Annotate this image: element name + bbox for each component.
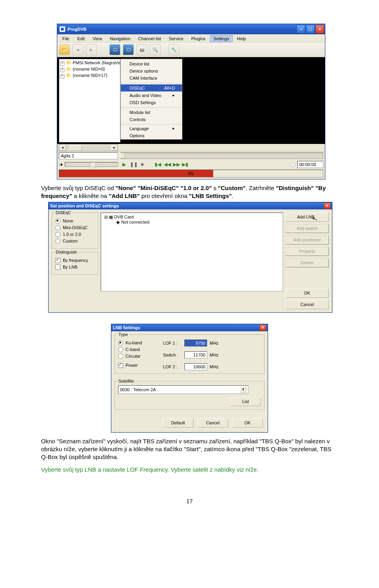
checkbox-by-frequency[interactable]: By frequency [55, 258, 95, 263]
add-switch-button: Add switch [285, 224, 329, 233]
checkbox-by-lnb[interactable]: By LNB [55, 265, 95, 270]
monitor2-icon[interactable]: 🖵 [123, 44, 134, 55]
ffwd-button[interactable]: ▶▶ [173, 162, 179, 167]
menu-service[interactable]: Service [165, 35, 187, 42]
ok-button[interactable]: OK [285, 289, 329, 298]
next-track-button[interactable]: ▶▮ [182, 162, 188, 167]
menu-item-module-list[interactable]: Module list [121, 109, 182, 116]
play-button[interactable]: ▶ [121, 162, 127, 167]
app-icon [60, 26, 65, 32]
device-tree[interactable]: ⊟ ▦ DVB Card ◉ Not connected [101, 213, 283, 291]
radio-ku-band[interactable]: Ku-band [118, 340, 158, 345]
prev-track-button[interactable]: ▮◀ [155, 162, 161, 167]
satellite-combo[interactable]: 0030 : Telecom 2A ▼ [118, 385, 248, 394]
list-button[interactable]: List [230, 397, 261, 406]
close-button[interactable]: × [315, 25, 324, 34]
open-icon[interactable]: 📂 [59, 44, 70, 55]
instruction-paragraph-2: Okno "Seznam zařízení" vyskočí, najít TB… [41, 437, 338, 461]
dot-icon: ◉ [116, 220, 120, 224]
radio-custom[interactable]: Custom [55, 239, 95, 244]
sat-diseqc-window: Sat position and DiSEqC settings × DiSEq… [48, 202, 332, 313]
tree-hscroll[interactable]: ◄► [59, 144, 118, 151]
radio-circular[interactable]: Circular [118, 354, 158, 359]
tool-icon[interactable]: 🔧 [169, 44, 180, 55]
window-title: ProgDVB [68, 27, 296, 32]
radio-mini-diseqc[interactable]: Mini-DiSEqC [55, 225, 95, 230]
video-area: Device listDevice optionsCAM Interface D… [121, 59, 323, 142]
dialog-title: LNB Settings [113, 325, 140, 330]
close-button[interactable]: × [259, 325, 266, 331]
toolbar: 📂 ◄ ► 🖵 🖵 🖴 🔍 🔧 [57, 43, 325, 57]
lof1-input[interactable]: 9750 [184, 340, 207, 347]
clock-icon: 🕘 [290, 162, 296, 167]
lof2-label: LOF 2 : [163, 364, 182, 369]
menu-item-language[interactable]: Language▸ [121, 125, 182, 132]
menu-item-device-options[interactable]: Device options [121, 67, 182, 75]
settings-dropdown: Device listDevice optionsCAM Interface D… [120, 59, 182, 140]
channel-tree[interactable]: +📁 PMSI Network (NagraVis+📁 {noname NID=… [59, 59, 120, 142]
diseqc-group: DiSEqC NoneMini-DiSEqC1.0 or 2.0Custom [52, 213, 98, 249]
menu-help[interactable]: Help [233, 35, 250, 42]
radio-c-band[interactable]: C-band [118, 347, 158, 352]
search-icon[interactable]: 🔍 [150, 44, 161, 55]
menu-settings[interactable]: Settings [210, 35, 233, 42]
delete-button: Delete [285, 258, 329, 267]
menu-item-controls[interactable]: Controls [121, 116, 182, 123]
playback-bar: 🕩 ▶ ❚❚ ■ ▮◀ ◀◀ ▶▶ ▶▮ 🕘 00:00:00 [57, 160, 325, 169]
radio-1-0-or-2-0[interactable]: 1.0 or 2.0 [55, 232, 95, 237]
buffer-progress: 8% [59, 170, 323, 177]
card-icon: ▦ [109, 215, 113, 219]
cancel-button[interactable]: Cancel [285, 300, 329, 309]
ok-button[interactable]: OK [232, 418, 263, 427]
cancel-button[interactable]: Cancel [197, 418, 228, 427]
distinguish-group: Distinguish By frequencyBy LNB [52, 252, 98, 275]
disk-icon[interactable]: 🖴 [136, 44, 147, 55]
close-button[interactable]: × [324, 203, 330, 209]
menu-item-device-list[interactable]: Device list [121, 60, 182, 67]
add-positioner-button: Add positioner [285, 235, 329, 245]
lof2-input[interactable]: 10600 [184, 363, 207, 370]
menu-item-diseqc[interactable]: DiSEqCAlt+D [121, 84, 182, 91]
monitor1-icon[interactable]: 🖵 [109, 44, 120, 55]
radio-none[interactable]: None [55, 218, 95, 224]
volume-slider[interactable] [65, 162, 118, 167]
forward-icon[interactable]: ► [86, 44, 97, 55]
menu-file[interactable]: File [59, 35, 73, 42]
menu-item-audio-and-video[interactable]: Audio and Video▸ [121, 91, 182, 99]
menu-navigation[interactable]: Navigation [106, 35, 134, 42]
switch-input[interactable]: 11700 [184, 351, 207, 358]
status-channel: Agila 2 [59, 152, 118, 159]
satellite-group: Satellite 0030 : Telecom 2A ▼ List [114, 381, 265, 410]
tree-item[interactable]: +📁 {noname NID=17} [60, 73, 119, 79]
pause-button[interactable]: ❚❚ [130, 162, 136, 167]
stop-button[interactable]: ■ [139, 162, 145, 167]
time-display: 00:00:00 [297, 161, 323, 168]
lnb-settings-window: LNB Settings × Type Ku-bandC-bandCircula… [111, 324, 268, 433]
cursor-icon: ↖ [311, 214, 319, 223]
menu-item-options[interactable]: Options [121, 132, 182, 139]
menu-item-osd-settings[interactable]: OSD Settings [121, 99, 182, 106]
rewind-button[interactable]: ◀◀ [164, 162, 170, 167]
maximize-button[interactable]: □ [306, 25, 315, 34]
speaker-icon[interactable]: 🕩 [59, 162, 63, 167]
dialog-titlebar: Sat position and DiSEqC settings × [49, 202, 332, 209]
lof1-label: LOF 1 : [163, 341, 182, 345]
button-column: Add LNB↖Add switchAdd positionerProperty… [285, 213, 329, 309]
menu-view[interactable]: View [89, 35, 106, 42]
tree-item[interactable]: +📁 {noname NID=0} [60, 66, 119, 73]
menu-item-cam-interface[interactable]: CAM Interface [121, 75, 182, 82]
instruction-paragraph-3: Vyberte svůj typ LNB a nastavte LOF Freq… [41, 466, 338, 474]
power-checkbox[interactable]: Power [118, 363, 158, 368]
type-group: Type Ku-bandC-bandCircular Power LOF 1 :… [114, 334, 265, 374]
property-button: Property [285, 247, 329, 256]
tree-item[interactable]: +📁 PMSI Network (NagraVis [60, 60, 119, 66]
add-lnb-button[interactable]: Add LNB↖ [285, 213, 329, 222]
chevron-down-icon[interactable]: ▼ [240, 386, 246, 393]
menu-edit[interactable]: Edit [74, 35, 88, 42]
minimize-button[interactable]: – [296, 25, 305, 34]
menu-channel-list[interactable]: Channel list [135, 35, 164, 42]
default-button[interactable]: Default [163, 418, 193, 427]
back-icon[interactable]: ◄ [72, 44, 83, 55]
seek-bar[interactable] [120, 153, 323, 159]
menu-plugins[interactable]: Plugins [188, 35, 209, 42]
